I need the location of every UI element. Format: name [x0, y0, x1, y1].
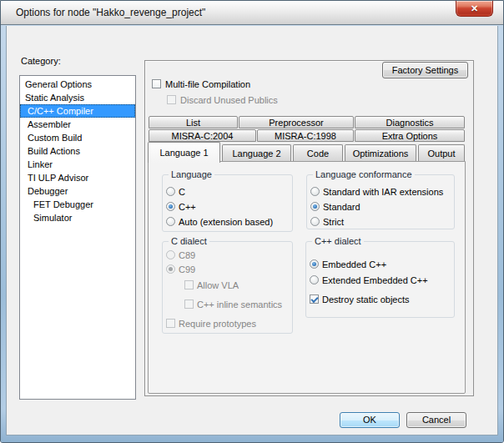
option-label: Strict: [323, 217, 344, 227]
option-label: Destroy static objects: [322, 294, 410, 305]
radio-button: [166, 264, 175, 274]
tab-button[interactable]: MISRA-C:1998: [257, 129, 354, 142]
option-label: Standard: [323, 202, 360, 212]
category-item[interactable]: C/C++ Compiler: [20, 104, 135, 118]
tab-button[interactable]: Diagnostics: [355, 116, 465, 128]
group-language: LanguageCC++Auto (extension based): [162, 174, 293, 232]
radio-button: [166, 250, 175, 259]
radio-button[interactable]: [310, 202, 320, 211]
close-icon: ✕: [471, 3, 478, 14]
radio-button[interactable]: [310, 187, 320, 196]
radio-button[interactable]: [166, 202, 175, 211]
option-row: Auto (extension based): [166, 216, 292, 227]
category-item[interactable]: FET Debugger: [20, 198, 135, 211]
tab-row-3: Language 1Language 2CodeOptimizationsOut…: [148, 142, 466, 163]
multi-file-compilation-row: Multi-file Compilation: [152, 78, 250, 89]
option-row: Standard: [310, 201, 454, 212]
close-button[interactable]: ✕: [456, 1, 493, 17]
discard-unused-publics-checkbox: [167, 95, 176, 104]
option-row: C: [166, 186, 292, 197]
options-dialog: Options for node "Hakko_revenge_project"…: [0, 0, 504, 443]
group-caption: Language conformance: [313, 170, 415, 179]
category-item[interactable]: TI ULP Advisor: [20, 171, 135, 184]
factory-settings-button[interactable]: Factory Settings: [382, 62, 468, 78]
option-label: C99: [179, 264, 195, 274]
tab[interactable]: Output: [418, 144, 465, 161]
tab[interactable]: Optimizations: [345, 144, 416, 161]
category-item[interactable]: Custom Build: [20, 131, 135, 144]
option-row: Embedded C++: [310, 259, 454, 269]
option-label: Standard with IAR extensions: [323, 187, 443, 197]
category-item[interactable]: Static Analysis: [20, 91, 135, 104]
option-label: Embedded C++: [322, 259, 386, 269]
option-label: C++ inline semantics: [197, 300, 282, 310]
tab[interactable]: Code: [293, 144, 343, 161]
option-row: Allow VLA: [184, 279, 292, 290]
dialog-client-area: Category: General OptionsStatic Analysis…: [6, 26, 498, 435]
tab[interactable]: Language 1: [148, 142, 220, 163]
group-cppdialect: C++ dialectEmbedded C++Extended Embedded…: [305, 241, 455, 318]
tab-button[interactable]: Preprocessor: [239, 116, 354, 128]
tab-button[interactable]: Extra Options: [355, 129, 465, 142]
group-caption: C++ dialect: [312, 237, 364, 246]
option-row: Require prototypes: [166, 318, 292, 329]
option-label: Extended Embedded C++: [322, 275, 428, 285]
cancel-button[interactable]: Cancel: [406, 412, 466, 428]
radio-button[interactable]: [310, 275, 319, 284]
option-row: Extended Embedded C++: [310, 274, 454, 285]
category-label: Category:: [21, 56, 61, 66]
option-row: C89: [166, 249, 292, 260]
tab-button[interactable]: MISRA-C:2004: [149, 129, 256, 142]
option-row: C99: [166, 264, 292, 274]
checkbox: [184, 280, 194, 289]
option-row: C++: [166, 201, 292, 212]
radio-button[interactable]: [310, 259, 319, 269]
titlebar: Options for node "Hakko_revenge_project"…: [1, 1, 503, 25]
category-item[interactable]: Build Actions: [20, 144, 135, 158]
multi-file-compilation-label: Multi-file Compilation: [165, 79, 250, 89]
category-item[interactable]: Simulator: [20, 211, 135, 224]
option-row: Strict: [310, 216, 454, 227]
discard-unused-publics-label: Discard Unused Publics: [180, 95, 278, 105]
tab-row-1: ListPreprocessorDiagnostics: [149, 116, 465, 128]
group-caption: C dialect: [169, 237, 209, 246]
group-caption: Language: [169, 170, 214, 179]
radio-button[interactable]: [166, 217, 175, 226]
category-item[interactable]: General Options: [20, 78, 135, 91]
option-row: Standard with IAR extensions: [310, 186, 454, 197]
category-item[interactable]: Assembler: [20, 118, 135, 131]
option-label: Auto (extension based): [179, 217, 273, 227]
checkbox: [184, 300, 194, 309]
option-label: C++: [179, 202, 196, 212]
tab[interactable]: Language 2: [222, 144, 291, 161]
ok-button[interactable]: OK: [340, 412, 400, 428]
radio-button[interactable]: [166, 187, 175, 196]
radio-button[interactable]: [310, 217, 320, 226]
option-label: Require prototypes: [179, 319, 256, 329]
language-1-tab-panel: LanguageCC++Auto (extension based)Langua…: [148, 161, 466, 394]
tab-row-2: MISRA-C:2004MISRA-C:1998Extra Options: [149, 129, 465, 142]
option-label: Allow VLA: [197, 280, 239, 290]
dialog-title: Options for node "Hakko_revenge_project": [16, 7, 205, 18]
option-row: C++ inline semantics: [184, 299, 292, 310]
category-item[interactable]: Linker: [20, 158, 135, 171]
checkbox: [166, 319, 175, 328]
category-listbox[interactable]: General OptionsStatic AnalysisC/C++ Comp…: [19, 75, 136, 400]
category-item[interactable]: Debugger: [20, 184, 135, 198]
multi-file-compilation-checkbox[interactable]: [152, 79, 161, 88]
option-label: C: [179, 187, 185, 197]
checkbox[interactable]: [310, 294, 319, 304]
group-conformance: Language conformanceStandard with IAR ex…: [306, 174, 455, 229]
option-label: C89: [179, 250, 195, 260]
option-row: Destroy static objects: [310, 294, 454, 305]
group-cdialect: C dialectC89C99Allow VLAC++ inline seman…: [162, 241, 293, 334]
discard-unused-publics-row: Discard Unused Publics: [167, 94, 278, 105]
tab-button[interactable]: List: [149, 116, 238, 128]
